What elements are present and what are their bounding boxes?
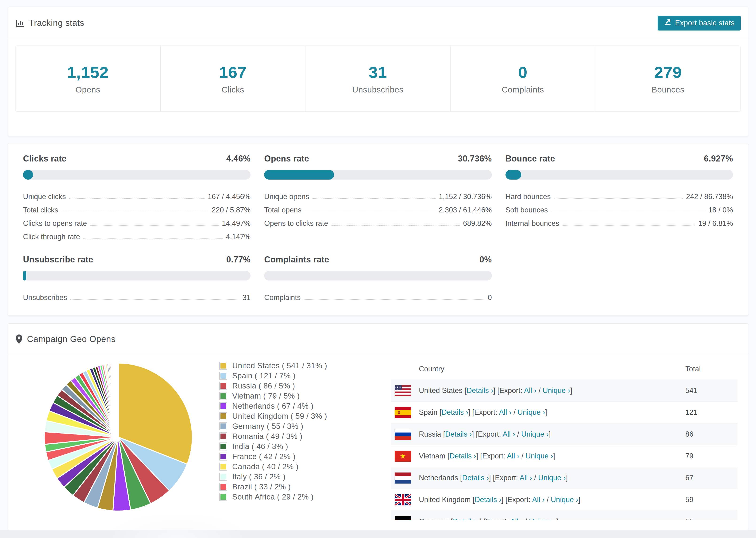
rate-block-bounce-rate: Bounce rate6.927%Hard bounces242 / 86.73…: [506, 154, 733, 241]
geo-table-header: CountryTotal: [391, 358, 737, 380]
country-name: Netherlands: [419, 474, 460, 482]
export-all-link[interactable]: All ›: [519, 474, 532, 482]
rate-detail-value: 167 / 4.456%: [208, 192, 251, 201]
tracking-stats-card: Tracking stats Export basic stats 1,152O…: [8, 7, 748, 136]
pie-legend: United States ( 541 / 31% )Spain ( 121 /…: [219, 360, 327, 502]
slash: /: [532, 474, 538, 482]
details-link[interactable]: Details ›: [449, 452, 476, 460]
dotted-leader: [69, 198, 204, 199]
details-link[interactable]: Details ›: [475, 496, 502, 504]
page-title: Tracking stats: [15, 18, 84, 28]
legend-item-germany: Germany ( 55 / 3% ): [219, 421, 327, 431]
legend-swatch: [219, 483, 227, 491]
export-basic-stats-button[interactable]: Export basic stats: [658, 16, 741, 30]
rate-title: Bounce rate: [506, 154, 555, 164]
rate-detail-row: Clicks to opens rate14.497%: [23, 214, 250, 228]
legend-label: France ( 42 / 2% ): [232, 452, 296, 461]
rate-block-complaints-rate: Complaints rate0%Complaints0: [264, 255, 492, 302]
rate-detail-value: 242 / 86.738%: [686, 192, 733, 201]
legend-label: Canada ( 40 / 2% ): [232, 462, 298, 471]
legend-swatch: [219, 372, 227, 380]
legend-label: Netherlands ( 67 / 4% ): [232, 402, 313, 410]
de-flag-icon: [391, 516, 419, 520]
country-name: United Kingdom: [419, 496, 473, 504]
export-all-link[interactable]: All ›: [524, 386, 536, 395]
export-all-link[interactable]: All ›: [510, 517, 523, 520]
page-bottom-strip: [0, 530, 756, 538]
bracket: ] [: [489, 474, 495, 482]
export-prefix: Export:: [486, 517, 510, 520]
bracket: ]: [545, 408, 547, 416]
country-total: 59: [679, 496, 737, 504]
rate-detail-label: Click through rate: [23, 233, 80, 241]
rate-value: 0%: [479, 255, 492, 265]
geo-title: Campaign Geo Opens: [15, 334, 116, 344]
export-unique-link[interactable]: Unique ›: [543, 386, 570, 395]
stat-box-unsubscribes: 31Unsubscribes: [305, 46, 451, 112]
rate-progress-track: [23, 271, 250, 281]
rates-card: Clicks rate4.46%Unique clicks167 / 4.456…: [8, 143, 748, 316]
rate-detail-row: Unique opens1,152 / 30.736%: [264, 188, 492, 201]
pie-slice-other[interactable]: [118, 363, 118, 437]
stat-label: Complaints: [502, 85, 544, 94]
rate-value: 4.46%: [226, 154, 251, 164]
export-unique-link[interactable]: Unique ›: [525, 452, 553, 460]
export-all-link[interactable]: All ›: [507, 452, 519, 460]
bracket: ] [: [468, 408, 474, 416]
country-column-header: Country: [419, 365, 679, 373]
stat-box-clicks: 167Clicks: [161, 46, 306, 112]
rate-detail-value: 2,303 / 61.446%: [439, 206, 492, 214]
slash: /: [536, 386, 543, 395]
export-all-link[interactable]: All ›: [503, 430, 515, 438]
total-column-header: Total: [679, 365, 737, 373]
rate-title: Clicks rate: [23, 154, 67, 164]
country-row-ru: Russia [Details ›] [Export: All › / Uniq…: [391, 423, 737, 445]
stat-value: 0: [518, 63, 527, 82]
country-name: United States: [419, 386, 465, 395]
export-unique-link[interactable]: Unique ›: [529, 517, 557, 520]
bracket: ] [: [493, 386, 499, 395]
slash: /: [515, 430, 521, 438]
stat-value: 1,152: [67, 63, 109, 82]
details-link[interactable]: Details ›: [445, 430, 472, 438]
country-name: Russia: [419, 430, 443, 438]
legend-item-united-kingdom: United Kingdom ( 59 / 3% ): [219, 411, 327, 421]
dotted-leader: [305, 212, 436, 212]
legend-swatch: [219, 392, 227, 400]
bracket: ] [: [476, 452, 482, 460]
export-unique-link[interactable]: Unique ›: [551, 496, 578, 504]
export-all-link[interactable]: All ›: [499, 408, 512, 416]
geo-opens-pie-chart[interactable]: [43, 361, 194, 512]
rate-detail-value: 19 / 6.81%: [698, 219, 733, 228]
details-link[interactable]: Details ›: [462, 474, 489, 482]
details-link[interactable]: Details ›: [453, 517, 480, 520]
rate-value: 0.77%: [226, 255, 251, 265]
bracket: ]: [570, 386, 572, 395]
legend-label: Russia ( 86 / 5% ): [232, 381, 295, 390]
rate-detail-value: 1,152 / 30.736%: [439, 192, 492, 201]
stat-label: Unsubscribes: [352, 85, 404, 94]
export-all-link[interactable]: All ›: [532, 496, 544, 504]
rate-detail-value: 14.497%: [222, 219, 250, 228]
legend-label: India ( 46 / 3% ): [232, 442, 288, 451]
country-row-gb: United Kingdom [Details ›] [Export: All …: [391, 489, 737, 511]
export-unique-link[interactable]: Unique ›: [521, 430, 549, 438]
geo-title-label: Campaign Geo Opens: [27, 334, 116, 344]
stat-label: Opens: [75, 85, 100, 94]
export-prefix: Export:: [474, 408, 499, 416]
dotted-leader: [554, 198, 683, 199]
rate-detail-label: Complaints: [264, 294, 300, 302]
rate-detail-row: Unsubscribes31: [23, 289, 250, 302]
export-unique-link[interactable]: Unique ›: [517, 408, 545, 416]
dotted-leader: [83, 239, 223, 239]
es-flag-icon: [391, 407, 419, 418]
country-name: Germany: [419, 517, 451, 520]
details-link[interactable]: Details ›: [442, 408, 468, 416]
legend-item-united-states: United States ( 541 / 31% ): [219, 360, 327, 371]
nl-flag-icon: [391, 472, 419, 484]
details-link[interactable]: Details ›: [466, 386, 493, 395]
legend-item-france: France ( 42 / 2% ): [219, 452, 327, 461]
stat-box-bounces: 279Bounces: [595, 46, 740, 112]
slash: /: [545, 496, 551, 504]
export-unique-link[interactable]: Unique ›: [538, 474, 566, 482]
